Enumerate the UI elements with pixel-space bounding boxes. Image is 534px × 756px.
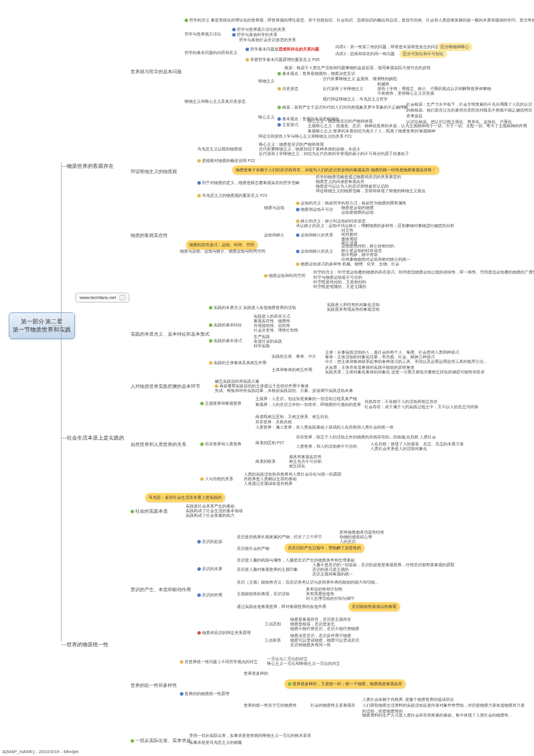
n-stillack: 承认静止的意义：运动中找出静止；理解物质的多样性；区别事物对事物进行确定的分析 (296, 223, 454, 229)
sub-3a[interactable]: 意识的产生、本质和能动作用 (131, 586, 191, 593)
n-zhuguan[interactable]: 主观世界和客观世界 (200, 401, 241, 406)
n-stillrel[interactable]: 运动和静止的关系 (296, 232, 333, 238)
n-marxprev[interactable]: 马克思主义以前的物质观 (197, 146, 242, 152)
n-um2a3: 物质资料的生产方式是人类社会存在和发展的基础，集中体现了人类社会的物质性... (362, 712, 512, 718)
n-zg2b: 社会存在：成于属于人的实践过程之中，又不以人的意志为转移 (365, 404, 478, 410)
n-ca2c: 对人生理活动的控制与调节 (306, 596, 355, 602)
n-grasp: 掌握哲学基本问题原理的重要意义 P20 (246, 57, 319, 63)
n-bianzheng: 辩证法和形而上学与唯心主义和唯物主义的关系 P21 (258, 134, 352, 139)
n-stills1: 运动是绝对的，静止好相对的 静止是运动的特殊形态 动中有静，静中有动 任何事物都… (341, 244, 410, 262)
n-phil-method[interactable]: 哲学与世界观方法论 (185, 31, 221, 37)
n-matmov2[interactable]: 物质与运动、运动与静止、物质运动与时间空间 (180, 249, 265, 254)
n-nw3: 人类世界：属人世界，在人类实践基础上形成的人化自然和人类社会的统一体 (255, 424, 394, 430)
n-um2[interactable]: 世界的统一性在于它的物质性 (244, 703, 297, 708)
n-movrel[interactable]: 物质和运动不可分 (296, 207, 333, 213)
n-ideals1: 唯心主义：物质是意识的产物和体现 主观唯心主义：把感觉、意识、精神说世界的本源，… (308, 119, 527, 134)
n-um1: 世界是多样的 (244, 671, 268, 676)
n-basic-q[interactable]: 哲学的基本问题的内容和意义 (185, 50, 237, 56)
n-movforms: 物质运动形式的多样性 机械、物理、化学、生物、社会 (296, 261, 399, 267)
n-nwdiff[interactable]: 两者的区别 P27 (255, 440, 284, 446)
n-up2: 唯心主义一元论和唯物主义一元论的对立 (267, 661, 340, 667)
n-unitymat[interactable]: 世界的的物质统一性原理 (180, 691, 229, 697)
sub-2d[interactable]: 社会的实践本质 (131, 508, 168, 514)
branch-2[interactable]: 社会生活本质上是实践的 (67, 434, 124, 442)
n-mclink[interactable]: 三点联系 (265, 638, 281, 643)
mindmap-canvas: { "root":"第一部分 第二章\n第一节物质世界和实践", "websit… (0, 0, 534, 756)
n-pracchar[interactable]: 实践的基本特征 (209, 322, 242, 328)
n-math2c: 不彻底性，坚持唯心主义历史观 (377, 91, 434, 96)
n-mathist[interactable]: 历史形态 (277, 86, 298, 92)
n-coness[interactable]: 意识的本质 (197, 566, 222, 572)
n-conorig[interactable]: 意识的起源 (197, 539, 222, 545)
n-nwl3: 相互转化 (289, 463, 305, 469)
sub-2b[interactable]: 人对物质世界实践把握的基本环节 (131, 383, 200, 390)
n-lenin4: 辩证唯物主义的物质范畴，贯彻和体现了彻底的唯物主义观点 (316, 188, 425, 194)
n-natworld[interactable]: 自在世界和人类世界 (200, 441, 241, 447)
n-mcdiff[interactable]: 三点区别 (265, 621, 281, 627)
n-zg2: 客观界：人的意识之外的一切存在，即物质的可感知的世界 (255, 402, 361, 408)
n-math3: 现代辩证唯物主义，马克思主义哲学 (323, 96, 388, 102)
n-nwlink[interactable]: 两者的联系 (255, 459, 276, 465)
n-soc3: 实践构成了社会发展的动力 (186, 513, 234, 519)
n-hl2: 区分可知论和不可知论 (399, 50, 447, 58)
n-subjact[interactable]: 主体和客体的相互作用 (272, 367, 312, 373)
n-pf3: 科学实验 (254, 343, 270, 349)
n-matroot: 根源：根源于人类生产活动和问题事物的直接反应，是同客观实际大致符合的反映 (284, 65, 431, 71)
n-still[interactable]: 运动和静止 (264, 232, 284, 238)
minus-icon[interactable]: − (120, 295, 125, 300)
n-pracform[interactable]: 实践的基本形式 (209, 338, 242, 344)
sub-3b[interactable]: 世界的统一性和多样性 (131, 682, 177, 689)
n-conact[interactable]: 意识的作用 (197, 592, 222, 598)
n-idealroot: 根源：最初产生于远古时代的人们对自然现象及梦中景象的不正确理解 (277, 105, 408, 110)
n-ideals[interactable]: 主要形式 (277, 122, 298, 128)
n-um2a[interactable]: 社会的物质性主要表现在 (311, 703, 355, 708)
n-ca1: 意识（主观）能动性含义：指意识具有认识与反映界外界的能动的能力和功能... (237, 579, 378, 585)
callout-mat: 物质是客于依赖于人们的意识而存在，并能为人们的意识所反映的客观实在 物质的唯一特… (232, 165, 439, 175)
callout-unity: 世界是多样的，又是统一的；统一于物质，物质就是客观实在 (284, 679, 406, 689)
n-nwd2: 人类世界，和人的活动密不可分的 (296, 444, 357, 449)
root-title: 第一部分 第二章 第一节物质世界和实践 (13, 318, 71, 334)
sub-1a[interactable]: 世界观与哲学的基本问题 (131, 69, 182, 75)
n-unityphil[interactable]: 在世界统一性问题上不同哲学观点的对立 (180, 659, 258, 665)
branch-1[interactable]: 物质世界的客观存在 (67, 163, 114, 170)
n-co1: 意识是自然界长期发展的产物，经历了三个环节 (237, 534, 322, 540)
n-bqc1: 内容1：第一性第二性的问题，即谁是本源谁是派生的问题 (335, 44, 439, 50)
n-pc4: 社会历史性、理性社制性 (254, 327, 298, 333)
sub-3c[interactable]: 一切从实际出发、实事求是 (131, 737, 191, 744)
n-subjobj[interactable]: 实践的主体客体及其相互作用 (209, 360, 266, 366)
n-ideal[interactable]: 唯心主义 (258, 114, 275, 120)
n-stillsig[interactable]: 运动和静止的意义 (296, 249, 333, 254)
n-lenin[interactable]: 列宁对物质的定义，物质是标志着客观实在的哲学范畴 (197, 180, 300, 186)
sub-1b[interactable]: 辩证唯物主义的物质观 (131, 168, 177, 175)
sub-2c[interactable]: 自然世界和人类世界的关系 (131, 441, 186, 448)
n-matmov[interactable]: 物质与运动 (264, 205, 284, 211)
website-url: www.techfans.net (80, 295, 116, 300)
sub-2a[interactable]: 实践的本质含义、基本特征和基本形式 (131, 331, 210, 337)
n-pracdef[interactable]: 实践的本质含义 实践是人改造物质世界的活动 (209, 305, 296, 311)
sub-1c[interactable]: 物质的客观实在性 (131, 232, 168, 239)
n-ssj2: 实事求是是马克思主义的精髓 (189, 740, 242, 746)
n-matideal[interactable]: 唯物主义和唯心主义及其历史形态 (185, 99, 246, 105)
n-mp3: 近代形而上学唯物主义：归结为近代自然科学发现的最小的不可再分的原子或基粒子 (259, 151, 409, 157)
n-co2: 意识是社会的产物 (237, 546, 269, 552)
root-node[interactable]: 第一部分 第二章 第一节物质世界和实践 (9, 312, 75, 339)
n-bq1: 哲学基本问题是思维和存在的关系问题 (246, 46, 319, 52)
n-subj3: 中介：把主体和客体联系起来的各种形式的工具、手段以及运用运用这些工具的程序方法.… (325, 359, 487, 365)
n-ce2[interactable]: 意识是人脑对客观世界的主观印象 (237, 567, 298, 573)
n-nwd1: 自在世界，独立于人的活动之外的物质的自然存在的...自由化 (296, 434, 405, 440)
n-matspace[interactable]: 物质运动和时间空间 (264, 273, 305, 279)
n-mannat[interactable]: 人与自然的关系 (200, 476, 233, 482)
n-ca2[interactable]: 主观能动性的表现，意识活动 (237, 591, 290, 597)
n-sa2: 实践关系：主体对象化客体的对象化 这是一方面又都包含着相互转化的倾趋可能性和要求 (325, 369, 485, 375)
n-um2a1: 人类社会依赖于自然界, 是整个物质世界的组成部分 (362, 697, 454, 703)
n-pm3: 哲学与其他社会意识形态的关系 (239, 37, 296, 43)
n-zg1: 主观界：人意识，包括知觉表象的一切活动过程及其产物 (255, 396, 357, 402)
branch-3[interactable]: 世界的物质统一性 (67, 641, 109, 649)
n-matcon[interactable]: 物质和意识的辩证关系原理 (197, 630, 251, 636)
n-mat[interactable]: 唯物主义 (258, 78, 275, 84)
n-subj[interactable]: 实践的主体、客体、中介 (272, 354, 316, 359)
n-pracd2: 实践是具有现实性的客观活动 (327, 307, 380, 312)
n-bqc2: 内容2：思维和存在的同一性问题 (335, 51, 395, 57)
website-box[interactable]: www.techfans.net − (75, 293, 129, 303)
n-mcl3: 意识和物质具有同一性 (290, 642, 331, 648)
